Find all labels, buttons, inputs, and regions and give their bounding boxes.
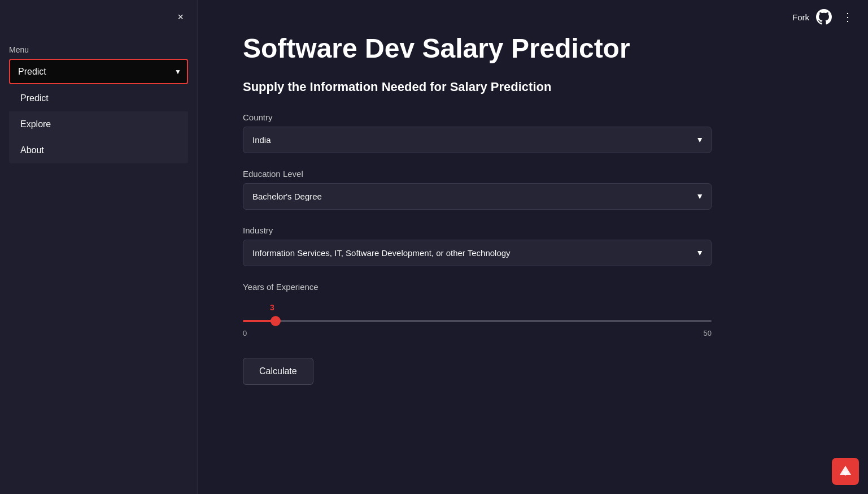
slider-min-label: 0	[243, 329, 247, 337]
education-select-container: Bachelor's Degree Master's Degree Ph.D. …	[243, 183, 712, 210]
sidebar-item-explore[interactable]: Explore	[9, 111, 188, 137]
experience-slider-container: 0 50	[243, 314, 712, 337]
menu-label: Menu	[9, 45, 188, 54]
slider-max-label: 50	[704, 329, 712, 337]
education-group: Education Level Bachelor's Degree Master…	[243, 169, 823, 210]
industry-select[interactable]: Information Services, IT, Software Devel…	[243, 240, 712, 266]
menu-select[interactable]: Predict	[9, 59, 188, 84]
sidebar-item-predict[interactable]: Predict	[9, 85, 188, 111]
industry-group: Industry Information Services, IT, Softw…	[243, 226, 823, 266]
menu-dropdown-container: Predict ▼	[9, 59, 188, 84]
more-menu-button[interactable]: ⋮	[839, 9, 857, 25]
country-label: Country	[243, 112, 823, 122]
top-bar: Fork ⋮	[792, 9, 857, 25]
streamlit-badge[interactable]	[832, 458, 859, 485]
country-select-container: India United States United Kingdom Germa…	[243, 127, 712, 153]
experience-label: Years of Experience	[243, 282, 823, 292]
experience-slider[interactable]	[243, 320, 712, 322]
experience-group: Years of Experience 3 0 50	[243, 282, 823, 337]
page-title: Software Dev Salary Predictor	[243, 34, 823, 64]
sidebar-item-about[interactable]: About	[9, 137, 188, 163]
github-icon[interactable]	[816, 9, 832, 25]
experience-value-display: 3	[270, 303, 823, 312]
main-content: Fork ⋮ Software Dev Salary Predictor Sup…	[198, 0, 868, 494]
education-label: Education Level	[243, 169, 823, 179]
menu-items-list: Predict Explore About	[9, 85, 188, 163]
sidebar: × Menu Predict ▼ Predict Explore About	[0, 0, 198, 494]
education-select[interactable]: Bachelor's Degree Master's Degree Ph.D. …	[243, 183, 712, 210]
country-select[interactable]: India United States United Kingdom Germa…	[243, 127, 712, 153]
fork-label: Fork	[792, 12, 809, 22]
industry-label: Industry	[243, 226, 823, 235]
calculate-button[interactable]: Calculate	[243, 358, 313, 385]
page-subtitle: Supply the Information Needed for Salary…	[243, 80, 823, 94]
close-button[interactable]: ×	[173, 9, 188, 25]
slider-range-labels: 0 50	[243, 329, 712, 337]
streamlit-icon	[838, 463, 853, 479]
country-group: Country India United States United Kingd…	[243, 112, 823, 153]
industry-select-container: Information Services, IT, Software Devel…	[243, 240, 712, 266]
